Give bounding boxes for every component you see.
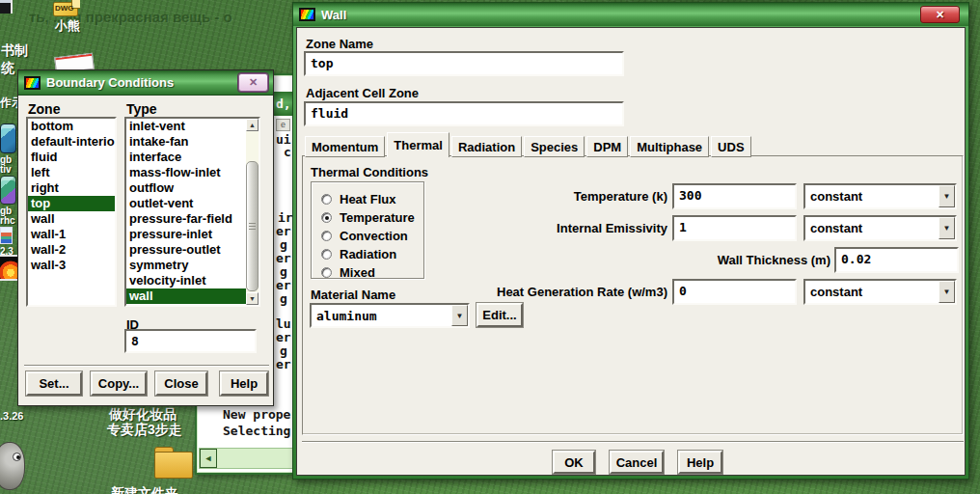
zone-list-item[interactable]: fluid <box>28 150 115 165</box>
desktop-icon-label[interactable]: rhc <box>0 215 15 226</box>
separator <box>302 441 964 443</box>
internal-emissivity-field[interactable]: 1 <box>672 215 797 241</box>
radio-temperature[interactable]: Temperature <box>321 210 415 225</box>
console-text-fragment: er <box>276 224 291 238</box>
heat-generation-rate-field[interactable]: 0 <box>672 279 797 305</box>
edit-button[interactable]: Edit... <box>476 303 523 327</box>
wall-thickness-field[interactable]: 0.02 <box>834 247 959 273</box>
combo-arrow-button[interactable]: ▼ <box>451 305 468 326</box>
type-list-item[interactable]: mass-flow-inlet <box>126 165 246 180</box>
desktop-icon-label[interactable]: 统 <box>1 60 14 77</box>
tab-uds[interactable]: UDS <box>711 136 750 157</box>
zone-name-field[interactable]: top <box>304 51 624 76</box>
set-button[interactable]: Set... <box>26 371 82 396</box>
heat-generation-rate-label: Heat Generation Rate (w/m3) <box>399 285 667 299</box>
thermal-conditions-groupbox: Heat Flux Temperature Convection Radiati… <box>311 181 424 279</box>
tab-species[interactable]: Species <box>524 136 585 157</box>
close-button[interactable]: Close <box>155 371 207 396</box>
scrollbar-thumb[interactable] <box>246 161 259 291</box>
console-text-fragment: er <box>276 251 291 265</box>
ok-button[interactable]: OK <box>553 451 595 474</box>
type-list-item[interactable]: pressure-inlet <box>126 227 246 242</box>
tab-thermal[interactable]: Thermal <box>387 132 449 157</box>
radio-convection[interactable]: Convection <box>321 229 408 243</box>
chevron-down-icon: ▼ <box>456 312 464 320</box>
zone-list-item-selected[interactable]: top <box>28 196 115 211</box>
zone-listbox[interactable]: bottom default-interior fluid left right… <box>26 117 117 307</box>
combo-arrow-button[interactable]: ▼ <box>939 281 955 303</box>
plant-icon[interactable] <box>0 176 16 205</box>
desktop-icon-label[interactable]: tiv <box>0 164 12 175</box>
scroll-up-button[interactable]: ▲ <box>246 119 259 131</box>
tab-radiation[interactable]: Radiation <box>451 136 522 157</box>
type-list-item-selected[interactable]: wall <box>126 288 246 304</box>
watering-can-icon[interactable] <box>0 124 16 153</box>
zone-list-item[interactable]: wall-1 <box>28 227 115 242</box>
combo-arrow-button[interactable]: ▼ <box>939 185 955 207</box>
type-listbox[interactable]: inlet-vent intake-fan interface mass-flo… <box>124 117 260 307</box>
zone-list-item[interactable]: right <box>28 180 115 196</box>
radio-mixed[interactable]: Mixed <box>321 265 375 280</box>
tab-momentum[interactable]: Momentum <box>305 136 385 157</box>
radio-radiation[interactable]: Radiation <box>321 247 396 261</box>
zone-list-item[interactable]: left <box>28 165 115 180</box>
promo-text-line: 专卖店3步走 <box>107 422 182 439</box>
type-list-item[interactable]: inlet-vent <box>126 119 246 134</box>
zone-list-item[interactable]: wall-3 <box>28 258 115 273</box>
copy-button[interactable]: Copy... <box>91 371 147 396</box>
tab-dpm[interactable]: DPM <box>586 136 628 157</box>
type-list-item[interactable]: symmetry <box>126 258 246 273</box>
zone-list-item[interactable]: wall <box>28 211 115 227</box>
console-text-fragment: g <box>280 237 287 252</box>
folder-icon[interactable] <box>154 447 193 480</box>
console-text-fragment: g <box>280 264 287 279</box>
bird-eye <box>13 453 21 461</box>
radio-heat-flux[interactable]: Heat Flux <box>321 192 396 206</box>
separator <box>24 365 269 367</box>
thumb-grip <box>249 223 256 231</box>
desktop-icon-label[interactable]: 书制 <box>1 42 28 60</box>
material-name-combobox[interactable]: aluminum ▼ <box>310 303 470 328</box>
partial-app-icon[interactable] <box>0 0 13 14</box>
folder-label[interactable]: 新建文件夹 <box>111 485 178 494</box>
wall-dialog-body: Zone Name top Adjacent Cell Zone fluid M… <box>296 27 966 476</box>
scroll-down-button[interactable]: ▼ <box>246 292 259 305</box>
temperature-method-combobox[interactable]: constant ▼ <box>803 183 957 209</box>
id-field[interactable]: 8 <box>124 329 257 353</box>
wall-thickness-label: Wall Thickness (m) <box>592 253 830 267</box>
type-list-label: Type <box>126 101 157 117</box>
bird-icon[interactable] <box>0 442 25 490</box>
thermal-tab-panel: Thermal Conditions Heat Flux Temperature… <box>302 155 964 435</box>
temperature-field[interactable]: 300 <box>672 183 797 209</box>
zone-list-item[interactable]: bottom <box>28 119 115 134</box>
paint-icon[interactable] <box>0 227 13 244</box>
heat-generation-method-combobox[interactable]: constant ▼ <box>803 279 957 305</box>
internal-emissivity-method-combobox[interactable]: constant ▼ <box>803 215 957 241</box>
cancel-button[interactable]: Cancel <box>610 451 664 474</box>
type-list-item[interactable]: pressure-outlet <box>126 242 246 258</box>
zone-list-item[interactable]: wall-2 <box>28 242 115 258</box>
close-button[interactable]: ✕ <box>238 73 268 92</box>
console-text-fragment: lu <box>276 316 291 331</box>
type-list-item[interactable]: intake-fan <box>126 134 246 150</box>
type-list-scrollbar[interactable]: ▲ ▼ <box>246 119 259 305</box>
type-list-item[interactable]: outlet-vent <box>126 196 246 211</box>
dwg-file-icon[interactable]: DWG <box>53 2 78 16</box>
scroll-left-button[interactable]: ◄ <box>200 449 217 468</box>
close-button[interactable]: ✕ <box>920 6 960 23</box>
wall-dialog: Wall ✕ Zone Name top Adjacent Cell Zone … <box>292 2 969 480</box>
adjacent-cell-zone-field[interactable]: fluid <box>304 101 624 126</box>
help-button[interactable]: Help <box>678 451 722 474</box>
zone-list-item[interactable]: default-interior <box>28 134 115 150</box>
help-button[interactable]: Help <box>220 371 268 396</box>
left-arrow-icon: ◄ <box>204 453 213 463</box>
type-list-item[interactable]: pressure-far-field <box>126 211 246 227</box>
desktop-icon-label[interactable]: .3.26 <box>0 410 23 422</box>
combo-arrow-button[interactable]: ▼ <box>939 217 955 239</box>
tab-multiphase[interactable]: Multiphase <box>630 136 709 157</box>
radio-circle-icon <box>321 267 332 278</box>
dwg-file-label[interactable]: 小熊 <box>55 17 80 35</box>
type-list-item[interactable]: outflow <box>126 180 246 196</box>
type-list-item[interactable]: velocity-inlet <box>126 273 246 288</box>
type-list-item[interactable]: interface <box>126 150 246 165</box>
